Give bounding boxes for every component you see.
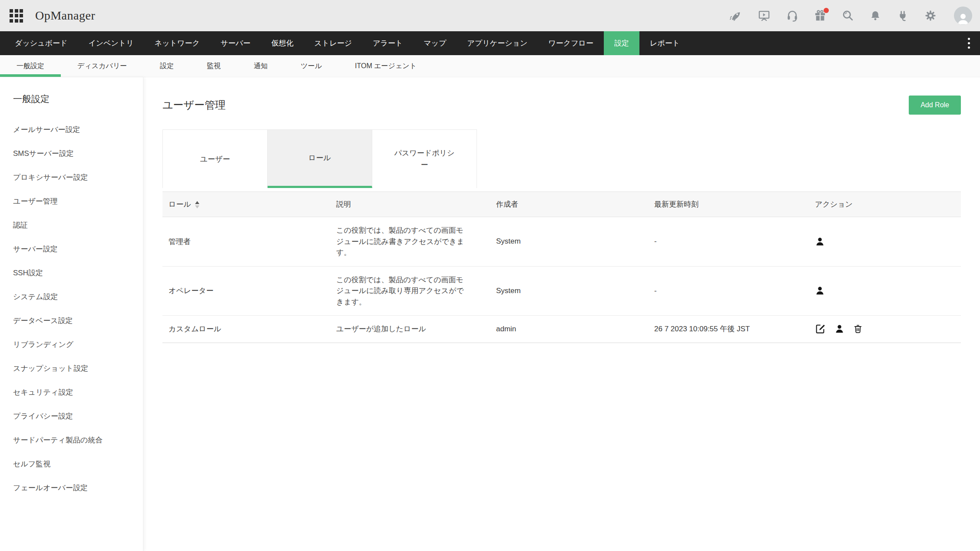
role-creator: admin — [490, 325, 648, 333]
sidebar-item-database-settings[interactable]: データベース設定 — [13, 316, 143, 325]
gift-notification-badge — [824, 8, 829, 13]
assign-user-icon[interactable] — [815, 237, 825, 247]
page-title: ユーザー管理 — [162, 98, 225, 112]
sidebar-item-security-settings[interactable]: セキュリティ設定 — [13, 388, 143, 397]
role-name: オペレーター — [162, 286, 330, 296]
sidebar-item-server-settings[interactable]: サーバー設定 — [13, 244, 143, 254]
sidebar-item-privacy-settings[interactable]: プライバシー設定 — [13, 412, 143, 421]
apps-grid-icon[interactable] — [10, 9, 23, 23]
role-updated: - — [648, 287, 809, 295]
search-icon[interactable] — [842, 10, 854, 22]
role-description: この役割では、製品のすべての画面モジュールに読み書きアクセスができます。 — [336, 225, 467, 258]
role-updated: 26 7 2023 10:09:55 午後 JST — [648, 324, 809, 334]
training-video-icon[interactable] — [758, 10, 771, 22]
whats-new-gift-icon[interactable] — [814, 10, 826, 22]
sidebar-item-user-management[interactable]: ユーザー管理 — [13, 197, 143, 206]
roles-table: ロール 説明 作成者 最新更新時刻 アクション 管理者 この役割では、製品のすべ… — [162, 191, 961, 343]
nav-item-settings[interactable]: 設定 — [604, 31, 639, 55]
table-row-operator: オペレーター この役割では、製品のすべての画面モジュールに読み取り専用アクセスが… — [162, 267, 961, 316]
column-header-role[interactable]: ロール — [162, 199, 330, 209]
main-content: ユーザー管理 Add Role ユーザー ロール パスワードポリシー ロール 説… — [143, 77, 980, 551]
nav-item-reports[interactable]: レポート — [639, 31, 690, 55]
column-header-creator: 作成者 — [490, 199, 648, 209]
nav-item-inventory[interactable]: インベントリ — [78, 31, 144, 55]
column-header-last-updated: 最新更新時刻 — [648, 199, 809, 209]
role-description: ユーザーが追加したロール — [336, 323, 467, 335]
column-header-description: 説明 — [330, 199, 490, 209]
tab-roles[interactable]: ロール — [268, 130, 372, 188]
sidebar-item-ssh-settings[interactable]: SSH設定 — [13, 268, 143, 277]
main-nav: ダッシュボード インベントリ ネットワーク サーバー 仮想化 ストレージ アラー… — [0, 31, 980, 55]
sort-icon[interactable] — [195, 201, 199, 208]
subnav-item-monitoring[interactable]: 監視 — [190, 55, 237, 77]
roles-table-header: ロール 説明 作成者 最新更新時刻 アクション — [162, 191, 961, 217]
sidebar-item-proxy-server[interactable]: プロキシサーバー設定 — [13, 173, 143, 182]
opmanager-settings-screen: OpManager — [0, 0, 980, 551]
role-name: カスタムロール — [162, 324, 330, 334]
assign-user-icon[interactable] — [815, 286, 825, 296]
column-header-actions: アクション — [809, 199, 961, 209]
role-description: この役割では、製品のすべての画面モジュールに読み取り専用アクセスができます。 — [336, 274, 467, 308]
notifications-bell-icon[interactable] — [870, 10, 881, 22]
user-management-tabs: ユーザー ロール パスワードポリシー — [162, 129, 477, 188]
delete-role-icon[interactable] — [853, 324, 863, 334]
tab-users[interactable]: ユーザー — [163, 130, 268, 188]
table-row-custom-role: カスタムロール ユーザーが追加したロール admin 26 7 2023 10:… — [162, 316, 961, 343]
nav-item-applications[interactable]: アプリケーション — [457, 31, 538, 55]
nav-item-dashboard[interactable]: ダッシュボード — [4, 31, 78, 55]
sidebar-item-system-settings[interactable]: システム設定 — [13, 292, 143, 301]
add-role-button[interactable]: Add Role — [909, 96, 961, 115]
sidebar-item-third-party-integrations[interactable]: サードパーティ製品の統合 — [13, 436, 143, 445]
nav-item-workflow[interactable]: ワークフロー — [538, 31, 604, 55]
subnav-item-tools[interactable]: ツール — [284, 55, 338, 77]
edit-role-icon[interactable] — [815, 323, 826, 334]
tab-password-policy[interactable]: パスワードポリシー — [372, 130, 477, 188]
nav-item-maps[interactable]: マップ — [413, 31, 457, 55]
nav-overflow-kebab-icon[interactable] — [957, 31, 980, 55]
subnav-item-configuration[interactable]: 設定 — [143, 55, 190, 77]
nav-item-network[interactable]: ネットワーク — [144, 31, 210, 55]
subnav-item-notification[interactable]: 通知 — [237, 55, 284, 77]
general-settings-sidebar: 一般設定 メールサーバー設定 SMSサーバー設定 プロキシサーバー設定 ユーザー… — [0, 77, 143, 551]
sidebar-item-authentication[interactable]: 認証 — [13, 221, 143, 230]
tab-roles-label: ロール — [308, 152, 331, 164]
assign-user-icon[interactable] — [834, 324, 844, 334]
plugin-icon[interactable] — [897, 10, 909, 22]
nav-item-server[interactable]: サーバー — [210, 31, 261, 55]
sidebar-item-self-monitoring[interactable]: セルフ監視 — [13, 459, 143, 469]
user-avatar[interactable] — [954, 7, 972, 25]
sidebar-item-rebranding[interactable]: リブランディング — [13, 340, 143, 349]
nav-item-storage[interactable]: ストレージ — [304, 31, 363, 55]
support-headset-icon[interactable] — [786, 10, 798, 22]
topbar: OpManager — [0, 0, 980, 31]
sidebar-item-failover-settings[interactable]: フェールオーバー設定 — [13, 483, 143, 492]
sidebar-item-snapshot-settings[interactable]: スナップショット設定 — [13, 364, 143, 373]
rocket-icon[interactable] — [730, 10, 742, 22]
settings-subnav: 一般設定 ディスカバリー 設定 監視 通知 ツール ITOM エージェント — [0, 55, 980, 77]
subnav-item-discovery[interactable]: ディスカバリー — [61, 55, 143, 77]
role-name: 管理者 — [162, 237, 330, 247]
role-creator: System — [490, 287, 648, 295]
role-updated: - — [648, 237, 809, 246]
nav-item-alerts[interactable]: アラート — [362, 31, 413, 55]
sidebar-item-mail-server[interactable]: メールサーバー設定 — [13, 125, 143, 134]
subnav-item-general-settings[interactable]: 一般設定 — [0, 55, 61, 77]
table-row-admin: 管理者 この役割では、製品のすべての画面モジュールに読み書きアクセスができます。… — [162, 217, 961, 267]
tab-users-label: ユーザー — [200, 153, 230, 165]
settings-gear-icon[interactable] — [924, 10, 937, 22]
role-creator: System — [490, 237, 648, 246]
sidebar-title: 一般設定 — [13, 93, 143, 105]
tab-password-policy-label: パスワードポリシー — [392, 147, 457, 171]
subnav-item-itom-agent[interactable]: ITOM エージェント — [338, 55, 433, 77]
sidebar-item-sms-server[interactable]: SMSサーバー設定 — [13, 149, 143, 158]
nav-item-virtualization[interactable]: 仮想化 — [261, 31, 304, 55]
app-title: OpManager — [35, 9, 95, 23]
